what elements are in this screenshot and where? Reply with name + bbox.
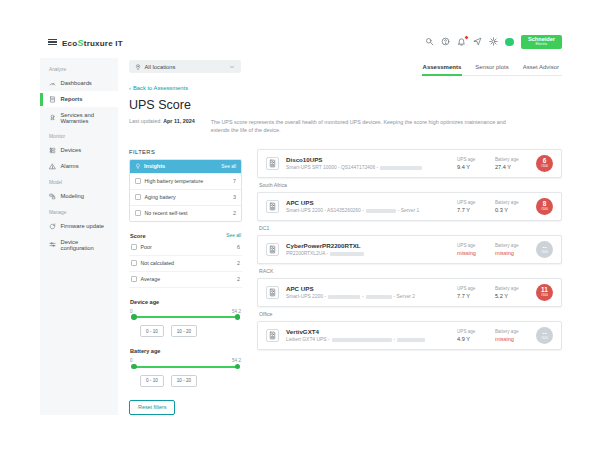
location-selector[interactable]: All locations [129, 60, 241, 73]
device-name[interactable]: APC UPS [286, 285, 450, 292]
device-name[interactable]: Disco10UPS [286, 156, 450, 163]
age-value: 7.7 Y [457, 293, 488, 299]
insight-filter-no-recent-self-test[interactable]: No recent self-test 2 [130, 205, 241, 221]
device-age-slider-max-handle[interactable] [235, 314, 241, 320]
tab-assessments[interactable]: Assessments [422, 61, 463, 75]
insight-filter-aging-battery[interactable]: Aging battery 3 [130, 189, 241, 205]
ups-device-icon [266, 329, 279, 342]
send-feedback-icon[interactable] [473, 37, 482, 46]
device-age-slider[interactable] [132, 316, 239, 318]
checkbox[interactable] [135, 194, 141, 200]
battery-age-column: Battery age27.4 Y [495, 157, 526, 170]
filter-count: 2 [233, 210, 236, 216]
device-row[interactable]: APC UPS Smart-UPS 2200 - - - Server 2 UP… [257, 278, 562, 307]
filter-label: No recent self-test [145, 210, 188, 216]
checkbox[interactable] [131, 260, 137, 266]
score-badge: 6 /100 [536, 155, 553, 172]
filter-label: Aging battery [145, 194, 176, 200]
ecostruxure-logo: EcoStruxure IT [62, 37, 123, 48]
score-filter-section: Score See all Poor 6 Not calculated 2 Av… [129, 233, 242, 288]
battery-age-slider[interactable] [132, 366, 239, 368]
top-bar: EcoStruxure IT Schneider Electric [40, 30, 564, 54]
user-avatar[interactable] [505, 38, 514, 47]
sidebar-item-devices[interactable]: Devices [40, 142, 118, 158]
sidebar: Analyze Dashboards Reports Services and … [40, 58, 118, 415]
score-filter-average[interactable]: Average 2 [129, 272, 242, 288]
battery-age-filter: Battery age 0 54.2 0 - 10 10 - 20 [129, 348, 242, 387]
device-age-title: Device age [130, 299, 241, 305]
score-see-all-link[interactable]: See all [226, 233, 241, 238]
device-age-max-input[interactable]: 10 - 20 [171, 325, 197, 337]
score-denominator: /100 [541, 337, 548, 340]
device-row[interactable]: Disco10UPS Smart-UPS SRT 10000 - QS14471… [257, 149, 562, 178]
checkbox[interactable] [131, 276, 137, 282]
filter-label: High battery temperature [145, 178, 204, 184]
sidebar-item-device-configuration[interactable]: Device configuration [40, 234, 118, 255]
score-denominator: /100 [541, 294, 548, 297]
sidebar-item-dashboards[interactable]: Dashboards [40, 75, 118, 91]
device-age-min-input[interactable]: 0 - 10 [140, 325, 164, 337]
score-denominator: /100 [541, 251, 548, 254]
battery-age-slider-min-handle[interactable] [131, 364, 137, 370]
score-filter-not-calculated[interactable]: Not calculated 2 [129, 256, 242, 272]
menu-icon[interactable] [48, 39, 57, 46]
insights-see-all-link[interactable]: See all [221, 164, 236, 169]
sidebar-item-label: Modeling [61, 193, 85, 199]
device-name[interactable]: APC UPS [286, 199, 450, 206]
tab-sensor-plots[interactable]: Sensor plots [474, 61, 509, 75]
ups-device-icon [266, 243, 279, 256]
checkbox[interactable] [135, 210, 141, 216]
device-name[interactable]: CyberPowerPR2200RTXL [286, 242, 450, 249]
checkbox[interactable] [135, 178, 141, 184]
sidebar-item-services-and-warranties[interactable]: Services and Warranties [40, 107, 118, 128]
notifications-icon[interactable] [457, 37, 466, 46]
battery-age-slider-max-handle[interactable] [235, 364, 241, 370]
sidebar-item-modeling[interactable]: Modeling [40, 188, 118, 204]
location-group-label: DC1 [259, 225, 560, 231]
filter-label: Average [141, 276, 161, 282]
device-age-slider-min-handle[interactable] [131, 314, 137, 320]
filters-panel: FILTERS Insights See all High battery te… [129, 149, 242, 415]
battery-age-column: Battery age0.3 Y [495, 200, 526, 213]
checkbox[interactable] [131, 244, 137, 250]
insight-filter-high-battery-temperature[interactable]: High battery temperature 7 [130, 173, 241, 189]
sidebar-item-reports[interactable]: Reports [40, 91, 118, 107]
schneider-electric-logo[interactable]: Schneider Electric [521, 35, 562, 50]
help-icon[interactable] [441, 37, 450, 46]
search-icon[interactable] [425, 37, 434, 46]
age-value: missing [495, 336, 526, 342]
page-description: The UPS score represents the overall hea… [211, 118, 521, 134]
settings-icon[interactable] [489, 37, 498, 46]
doc-icon [49, 96, 56, 103]
filter-label: Poor [141, 244, 152, 250]
device-subtitle: Smart-UPS SRT 10000 - QS1447172406 - [286, 165, 450, 170]
device-row[interactable]: APC UPS Smart-UPS 2200 - AS1435260260 - … [257, 192, 562, 221]
age-value: missing [457, 250, 488, 256]
device-row[interactable]: VertivGXT4 Liebert GXT4 UPS - - UPS age4… [257, 321, 562, 350]
page-title: UPS Score [129, 98, 562, 112]
score-filter-poor[interactable]: Poor 6 [129, 240, 242, 256]
battery-age-min-input[interactable]: 0 - 10 [140, 375, 164, 387]
battery-age-max-input[interactable]: 10 - 20 [171, 375, 197, 387]
redacted-text [330, 252, 364, 257]
battery-age-title: Battery age [130, 348, 241, 354]
score-badge: 8 /100 [536, 198, 553, 215]
device-name[interactable]: VertivGXT4 [286, 328, 450, 335]
device-age-min-label: 0 [130, 309, 133, 314]
insights-filter-header[interactable]: Insights See all [130, 160, 241, 173]
redacted-text [366, 209, 396, 214]
ups-age-column: UPS agemissing [457, 243, 488, 256]
ups-age-label: UPS age [457, 200, 488, 205]
location-group-label: RACK [259, 268, 560, 274]
sidebar-item-alarms[interactable]: Alarms [40, 158, 118, 174]
back-to-assessments-link[interactable]: ‹ Back to Assessments [129, 85, 188, 91]
redacted-text [380, 166, 422, 171]
reset-filters-button[interactable]: Reset filters [129, 400, 175, 415]
ups-device-icon [266, 200, 279, 213]
sidebar-section-manage: Manage [40, 204, 118, 218]
last-updated-date: Apr 11, 2024 [163, 118, 194, 124]
tab-asset-advisor[interactable]: Asset Advisor [522, 61, 560, 75]
sidebar-item-firmware-update[interactable]: Firmware update [40, 218, 118, 234]
device-row[interactable]: CyberPowerPR2200RTXL PR2200RTXL2UA - UPS… [257, 235, 562, 264]
device-subtitle: Smart-UPS 2200 - AS1435260260 - - Server… [286, 208, 450, 213]
